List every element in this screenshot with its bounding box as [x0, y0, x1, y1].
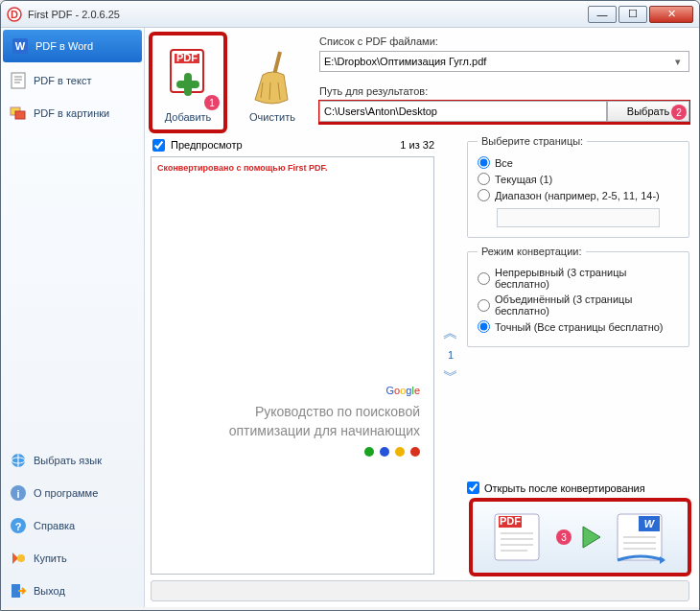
preview-header: Предпросмотр 1 из 32 [151, 135, 434, 154]
file-list-input[interactable] [324, 56, 671, 67]
svg-rect-9 [15, 111, 25, 119]
output-path-row: Выбрать 2 [319, 101, 689, 124]
sidebar-item-language[interactable]: Выбрать язык [1, 444, 144, 477]
svg-text:PDF: PDF [176, 52, 198, 63]
content-area: W PDF в Word PDF в текст PDF в картинки … [1, 28, 699, 607]
sidebar-item-about[interactable]: i О программе [1, 477, 144, 509]
pages-legend: Выберите страницы: [478, 135, 587, 147]
minimize-button[interactable]: — [588, 6, 617, 23]
sidebar-item-label: Выбрать язык [34, 455, 102, 466]
step-badge-1: 1 [204, 95, 220, 110]
window-title: First PDF - 2.0.6.25 [28, 9, 586, 20]
browse-button[interactable]: Выбрать 2 [607, 101, 689, 122]
titlebar: D First PDF - 2.0.6.25 — ☐ ✕ [1, 1, 699, 28]
svg-point-17 [17, 554, 25, 562]
path-column: Список с PDF файлами: ▾ Путь для результ… [319, 34, 689, 131]
svg-rect-4 [12, 73, 25, 88]
options-column: Выберите страницы: Все Текущая (1) Диапа… [467, 135, 689, 575]
next-page-icon[interactable]: ︾ [443, 366, 458, 387]
open-after-checkbox-row[interactable]: Открыть после конвертирования [467, 482, 689, 494]
radio-current-page[interactable]: Текущая (1) [478, 173, 679, 185]
exit-icon [9, 581, 28, 600]
maximize-icon: ☐ [628, 8, 638, 20]
preview-watermark: Сконвертировано с помощью First PDF. [157, 163, 428, 173]
file-list-label: Список с PDF файлами: [319, 35, 689, 47]
svg-text:PDF: PDF [500, 515, 521, 527]
minimize-icon: — [597, 9, 608, 20]
info-icon: i [9, 483, 28, 503]
output-path-input[interactable] [324, 106, 602, 117]
help-icon: ? [9, 516, 28, 535]
word-icon: W [11, 36, 30, 56]
top-row: PDF 1 Добавить Очистить Список с PDF фай… [151, 34, 689, 131]
radio-mode-continuous[interactable]: Непрерывный (3 страницы бесплатно) [478, 267, 679, 290]
clear-button[interactable]: Очистить [235, 34, 310, 131]
footer-area: Открыть после конвертирования PDF 3 [467, 476, 689, 575]
prev-page-icon[interactable]: ︽ [443, 323, 458, 343]
sidebar-item-buy[interactable]: Купить [1, 542, 144, 575]
page-counter: 1 из 32 [400, 139, 434, 151]
window-controls: — ☐ ✕ [586, 6, 693, 23]
sidebar-item-exit[interactable]: Выход [1, 575, 144, 607]
middle-row: Предпросмотр 1 из 32 Сконвертировано с п… [151, 135, 689, 575]
buy-icon [9, 549, 28, 568]
preview-line2: оптимизации для начинающих [165, 422, 420, 439]
preview-column: Предпросмотр 1 из 32 Сконвертировано с п… [151, 135, 434, 575]
pages-fieldset: Выберите страницы: Все Текущая (1) Диапа… [467, 135, 689, 238]
page-navigation: ︽ 1 ︾ [440, 135, 461, 575]
sidebar-item-label: PDF в Word [35, 40, 93, 52]
open-after-checkbox[interactable] [467, 482, 479, 494]
sidebar-item-label: Выход [34, 585, 65, 597]
maximize-button[interactable]: ☐ [618, 6, 647, 23]
step-badge-2: 2 [671, 105, 687, 120]
sidebar-item-label: PDF в текст [34, 75, 91, 86]
radio-all-pages[interactable]: Все [478, 156, 679, 169]
svg-text:?: ? [15, 521, 22, 532]
sidebar-item-pdf-to-text[interactable]: PDF в текст [1, 64, 144, 97]
radio-mode-exact[interactable]: Точный (Все страницы бесплатно) [478, 320, 679, 333]
clear-button-label: Очистить [249, 111, 295, 123]
google-logo: Google [165, 372, 420, 401]
sidebar-item-pdf-to-images[interactable]: PDF в картинки [1, 97, 144, 129]
file-list-combo[interactable]: ▾ [319, 51, 689, 72]
preview-area: Сконвертировано с помощью First PDF. Goo… [151, 156, 434, 575]
preview-checkbox[interactable] [152, 139, 165, 152]
close-button[interactable]: ✕ [649, 6, 693, 23]
play-icon [579, 525, 604, 550]
sidebar-item-label: Справка [34, 520, 75, 531]
app-window: D First PDF - 2.0.6.25 — ☐ ✕ W PDF в Wor… [0, 0, 700, 611]
mode-legend: Режим конвертации: [478, 246, 586, 257]
svg-text:W: W [644, 518, 656, 529]
pdf-source-icon: PDF [489, 508, 548, 566]
main-panel: PDF 1 Добавить Очистить Список с PDF фай… [145, 28, 699, 607]
text-icon [9, 71, 28, 90]
app-icon: D [7, 7, 22, 22]
output-path-field[interactable] [319, 101, 607, 122]
step-badge-3: 3 [556, 529, 572, 545]
convert-button[interactable]: PDF 3 W [471, 500, 689, 575]
sidebar-item-help[interactable]: ? Справка [1, 509, 144, 542]
sidebar-spacer [1, 129, 144, 444]
output-path-label: Путь для результатов: [319, 85, 689, 97]
browse-button-label: Выбрать [627, 106, 669, 117]
open-after-label: Открыть после конвертирования [484, 482, 645, 494]
radio-range-pages[interactable]: Диапазон (например, 2-5, 11, 14-) [478, 189, 679, 201]
current-page-number: 1 [448, 349, 454, 361]
close-icon: ✕ [667, 8, 676, 20]
add-button[interactable]: PDF 1 Добавить [151, 34, 225, 131]
preview-dots [165, 447, 420, 458]
sidebar-item-pdf-to-word[interactable]: W PDF в Word [3, 30, 142, 62]
page-range-input[interactable] [497, 208, 660, 227]
radio-mode-merged[interactable]: Объединённый (3 страницы бесплатно) [478, 294, 679, 317]
sidebar-item-label: Купить [34, 552, 67, 564]
preview-document: Google Руководство по поисковой оптимиза… [152, 372, 433, 458]
svg-text:W: W [15, 40, 26, 52]
dropdown-icon[interactable]: ▾ [671, 56, 685, 68]
add-button-label: Добавить [165, 111, 212, 123]
preview-checkbox-label: Предпросмотр [171, 139, 243, 151]
svg-text:i: i [16, 488, 19, 500]
images-icon [9, 104, 28, 123]
word-target-icon: W [612, 508, 671, 566]
status-bar [151, 580, 689, 601]
sidebar-item-label: О программе [34, 487, 98, 499]
